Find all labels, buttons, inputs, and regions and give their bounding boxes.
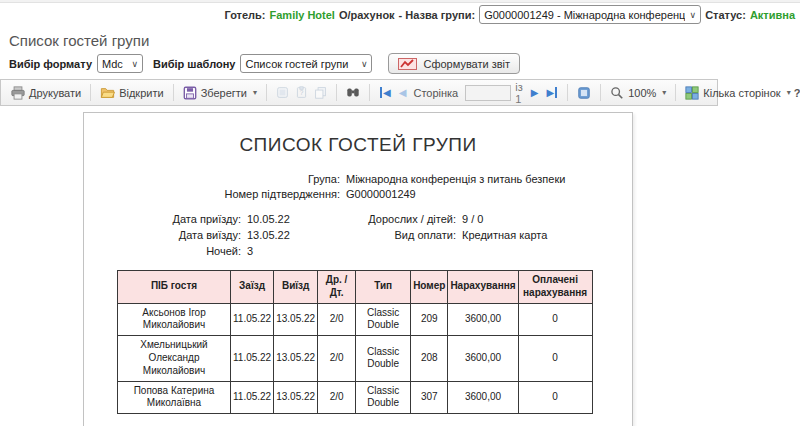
viewer-toolbar: Друкувати Відкрити Зберегти ▾ ?: [0, 79, 718, 106]
table-cell: Попова Катерина Миколаївна: [118, 381, 231, 414]
report-info-grid: Дата приїзду: 10.05.22 Дорослих / дітей:…: [84, 214, 632, 257]
column-header: Тип: [356, 271, 411, 304]
page-title: Список гостей групи: [9, 32, 800, 49]
previous-page-button[interactable]: ◀: [395, 85, 411, 100]
chevron-down-icon: ∨: [131, 59, 138, 69]
table-cell: 3600,00: [448, 336, 518, 381]
save-label: Зберегти: [201, 87, 247, 99]
report-title: СПИСОК ГОСТЕЙ ГРУПИ: [84, 113, 632, 156]
format-label: Вибір формату: [9, 58, 92, 70]
column-header: Нарахування: [448, 271, 518, 304]
page-setup-icon: [276, 86, 289, 99]
svg-text:?: ?: [300, 89, 304, 96]
status-badge: Активна: [750, 9, 795, 21]
toolbar-separator: [567, 84, 568, 101]
confirmation-value: G0000001249: [340, 187, 416, 202]
copy-pages-icon: [314, 86, 327, 99]
departure-label: Дата виїзду:: [84, 230, 241, 241]
column-header: Заїзд: [231, 271, 274, 304]
report-group-value: Міжнародна конференція з питань безпеки: [340, 172, 565, 187]
caret-down-icon: ▾: [787, 88, 791, 97]
clipboard-icon: ?: [295, 86, 308, 99]
table-cell: 307: [411, 381, 448, 414]
caret-down-icon: ▾: [662, 88, 666, 97]
zoom-value: 100%: [628, 87, 656, 99]
toolbar-separator: [369, 84, 370, 101]
departure-value: 13.05.22: [241, 230, 353, 241]
page-of-label: із 1: [515, 81, 523, 105]
adults-label: Дорослих / дітей:: [353, 214, 456, 225]
topbar: Готель: Family Hotel О/рахунок - Назва г…: [0, 3, 800, 27]
toolbar-separator: [336, 84, 337, 101]
column-header: Номер: [411, 271, 448, 304]
adults-value: 9 / 0: [456, 214, 632, 225]
table-header-row: ПІБ гостяЗаїздВиїздДр. / Дт.ТипНомерНара…: [118, 271, 593, 304]
group-select[interactable]: G0000001249 - Міжнародна конференція з п…: [479, 5, 701, 24]
chevron-down-icon: ∨: [361, 59, 368, 69]
table-cell: Аксьонов Ігор Миколайович: [118, 303, 231, 336]
group-select-value: G0000001249 - Міжнародна конференція з п…: [484, 9, 684, 21]
column-header: Виїзд: [274, 271, 318, 304]
full-page-button[interactable]: [574, 84, 594, 102]
arrival-value: 10.05.22: [241, 214, 353, 225]
save-button[interactable]: Зберегти ▾: [180, 84, 260, 102]
table-row: Аксьонов Ігор Миколайович11.05.2213.05.2…: [118, 303, 593, 336]
pages-mode-control[interactable]: Кілька сторінок ▾: [682, 84, 793, 102]
parameters-button[interactable]: ?: [292, 84, 311, 101]
report-page: СПИСОК ГОСТЕЙ ГРУПИ Група: Міжнародна ко…: [83, 112, 633, 426]
table-cell: 11.05.22: [231, 381, 274, 414]
first-page-icon: ◀: [380, 87, 391, 98]
report-group-label: Група:: [84, 172, 340, 187]
format-select[interactable]: Mdc ∨: [97, 54, 143, 73]
table-cell: Classic Double: [356, 303, 411, 336]
payment-value: Кредитная карта: [456, 230, 632, 241]
page-label: Сторінка: [413, 87, 458, 99]
toolbar-separator: [173, 84, 174, 101]
arrival-label: Дата приїзду:: [84, 214, 241, 225]
find-button[interactable]: [343, 84, 363, 101]
table-row: Попова Катерина Миколаївна11.05.2213.05.…: [118, 381, 593, 414]
first-page-button[interactable]: ◀: [376, 85, 395, 100]
table-cell: 0: [518, 303, 592, 336]
table-cell: 13.05.22: [274, 381, 318, 414]
template-select-value: Список гостей групи: [245, 58, 348, 70]
account-text: О/рахунок: [339, 9, 395, 21]
group-label: - Назва групи:: [399, 9, 476, 21]
copy-pages-button[interactable]: [311, 84, 330, 101]
zoom-control[interactable]: 100% ▾: [607, 84, 669, 102]
format-select-value: Mdc: [102, 58, 123, 70]
guest-table: ПІБ гостяЗаїздВиїздДр. / Дт.ТипНомерНара…: [117, 270, 593, 414]
report-group-row: Група: Міжнародна конференція з питань б…: [84, 172, 632, 187]
table-cell: 0: [518, 336, 592, 381]
generate-report-label: Сформувати звіт: [423, 58, 510, 70]
toolbar-separator: [266, 84, 267, 101]
page-setup-button[interactable]: [273, 84, 292, 101]
confirmation-label: Номер підтвердження:: [84, 187, 340, 202]
template-select[interactable]: Список гостей групи ∨: [240, 54, 372, 73]
generate-report-button[interactable]: Сформувати звіт: [388, 53, 520, 74]
help-button[interactable]: ?: [794, 87, 800, 99]
next-page-button[interactable]: ▶: [527, 85, 543, 100]
print-button[interactable]: Друкувати: [8, 84, 84, 102]
toolbar-separator: [600, 84, 601, 101]
magnifier-icon: [610, 86, 624, 100]
previous-page-icon: ◀: [399, 87, 407, 98]
column-header: Др. / Дт.: [318, 271, 356, 304]
last-page-icon: ▶: [546, 87, 557, 98]
chevron-down-icon: ∨: [690, 10, 697, 20]
report-canvas: СПИСОК ГОСТЕЙ ГРУПИ Група: Міжнародна ко…: [0, 112, 800, 426]
table-cell: 11.05.22: [231, 303, 274, 336]
printer-icon: [11, 86, 25, 100]
table-cell: Classic Double: [356, 381, 411, 414]
floppy-save-icon: [183, 86, 197, 100]
hotel-name: Family Hotel: [270, 9, 335, 21]
print-label: Друкувати: [29, 87, 81, 99]
full-page-icon: [577, 86, 591, 100]
toolbar-separator: [675, 84, 676, 101]
last-page-button[interactable]: ▶: [542, 85, 561, 100]
nights-value: 3: [241, 246, 353, 257]
page-number-input[interactable]: [465, 85, 511, 101]
open-button[interactable]: Відкрити: [97, 84, 166, 102]
table-cell: 0: [518, 381, 592, 414]
template-label: Вибір шаблону: [153, 58, 235, 70]
